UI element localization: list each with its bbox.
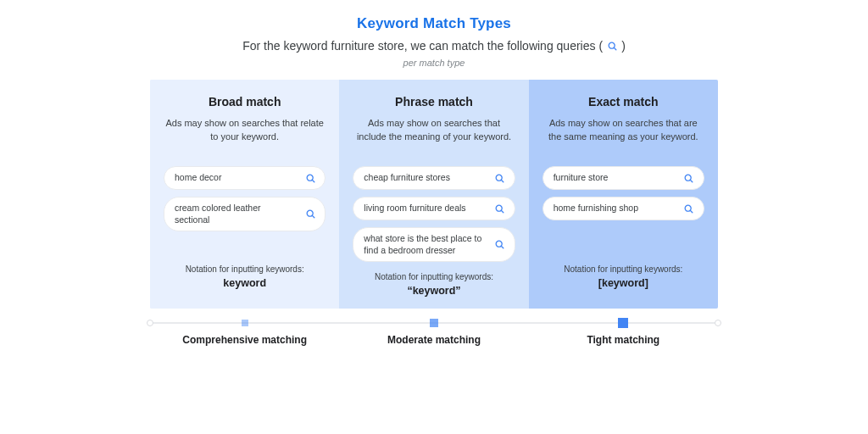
scale-tick-moderate (430, 319, 438, 327)
query-pill: home furnishing shop (542, 197, 704, 220)
search-icon (494, 239, 506, 251)
svg-line-15 (691, 210, 693, 213)
svg-line-11 (501, 246, 504, 248)
query-pill: cream colored leather sectional (164, 197, 326, 231)
scale-labels: Comprehensive matching Moderate matching… (150, 334, 718, 346)
subtitle-text: For the keyword furniture store, we can … (242, 39, 595, 53)
svg-line-13 (691, 180, 693, 182)
page-subtitle: For the keyword furniture store, we can … (242, 39, 626, 53)
broad-heading: Broad match (209, 95, 281, 108)
query-pill: furniture store (542, 166, 704, 190)
scale-tick-tight (618, 318, 628, 328)
search-icon (304, 172, 316, 184)
phrase-description: Ads may show on searches that include th… (353, 117, 515, 158)
scale-label-tight: Tight matching (529, 334, 718, 346)
query-pill: cheap furniture stores (353, 166, 515, 190)
scale-label-moderate: Moderate matching (339, 334, 528, 346)
query-text: what store is the best place to find a b… (364, 233, 487, 256)
phrase-notation: “keyword” (407, 285, 460, 297)
paren-open: ( (598, 39, 603, 53)
svg-line-5 (312, 215, 314, 218)
page-title: Keyword Match Types (357, 15, 511, 32)
query-text: cream colored leather sectional (175, 203, 298, 225)
exact-notation: [keyword] (598, 277, 648, 289)
search-icon (494, 172, 506, 184)
query-text: home decor (175, 172, 298, 184)
query-text: cheap furniture stores (364, 172, 487, 184)
column-phrase-match: Phrase match Ads may show on searches th… (339, 80, 528, 309)
query-text: living room furniture deals (364, 203, 487, 214)
exact-description: Ads may show on searches that are the sa… (542, 117, 704, 158)
matching-scale: Comprehensive matching Moderate matching… (150, 322, 718, 346)
query-pill: home decor (164, 166, 326, 190)
scale-line (150, 322, 718, 324)
phrase-notation-label: Notation for inputting keywords: (375, 272, 493, 281)
exact-heading: Exact match (588, 95, 658, 108)
match-type-grid: Broad match Ads may show on searches tha… (150, 80, 718, 309)
per-match-type: per match type (403, 58, 465, 68)
search-icon (683, 172, 695, 184)
paren-close: ) (621, 39, 626, 53)
phrase-query-list: cheap furniture stores living room furni… (353, 166, 515, 262)
search-icon (494, 203, 506, 214)
svg-line-9 (501, 210, 504, 213)
broad-query-list: home decor cream colored leather section… (164, 166, 326, 254)
page-root: Keyword Match Types For the keyword furn… (0, 0, 868, 434)
broad-notation: keyword (223, 277, 266, 289)
search-icon (304, 209, 316, 220)
query-pill: living room furniture deals (353, 197, 515, 220)
exact-notation-label: Notation for inputting keywords: (564, 264, 682, 274)
broad-description: Ads may show on searches that relate to … (164, 117, 326, 158)
column-exact-match: Exact match Ads may show on searches tha… (529, 80, 718, 309)
column-broad-match: Broad match Ads may show on searches tha… (150, 80, 339, 309)
search-icon (683, 203, 695, 214)
svg-line-3 (312, 180, 314, 182)
scale-label-comprehensive: Comprehensive matching (150, 334, 339, 346)
broad-notation-label: Notation for inputting keywords: (186, 264, 304, 274)
phrase-heading: Phrase match (395, 95, 473, 108)
query-text: home furnishing shop (554, 203, 676, 214)
exact-query-list: furniture store home furnishing shop (542, 166, 704, 254)
scale-tick-comprehensive (242, 320, 248, 326)
query-text: furniture store (554, 172, 676, 184)
query-pill: what store is the best place to find a b… (353, 227, 515, 262)
svg-line-1 (614, 47, 616, 50)
search-icon (606, 40, 618, 52)
svg-line-7 (501, 180, 504, 182)
